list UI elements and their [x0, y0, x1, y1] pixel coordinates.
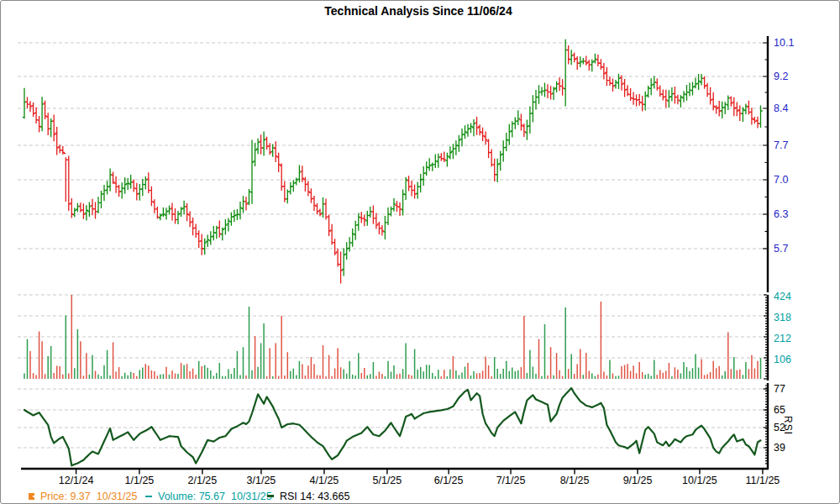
gridlines	[18, 43, 766, 448]
legend: Price: 9.3710/31/25 Volume: 75.6710/31/2…	[1, 491, 840, 504]
rsi-legend-label: RSI 14:	[280, 491, 315, 502]
volume-legend-label: Volume:	[158, 491, 196, 502]
x-axis-month-label: 8/1/25	[548, 475, 601, 486]
volume-legend-value: 75.67	[199, 491, 225, 502]
axes	[21, 36, 769, 475]
price-axis-label: 5.7	[774, 243, 788, 255]
x-axis-month-label: 9/1/25	[611, 475, 664, 486]
chart-canvas	[1, 1, 840, 504]
price-legend-date: 10/31/25	[97, 491, 138, 502]
price-axis-label: 6.3	[774, 208, 788, 220]
x-axis-month-label: 11/1/25	[736, 475, 790, 486]
x-axis-month-label: 7/1/25	[484, 475, 538, 486]
rsi-axis-label: 77	[774, 383, 785, 395]
volume-axis-label: 424	[774, 291, 791, 302]
x-axis-month-label: 12/1/24	[50, 475, 103, 486]
legend-rsi: RSI 14: 43.665	[267, 491, 349, 504]
volume-legend-date: 10/31/25	[231, 491, 272, 502]
rsi-side-label: RSI	[782, 416, 794, 435]
legend-price: Price: 9.3710/31/25	[29, 491, 137, 504]
price-axis-label: 7.7	[774, 139, 788, 151]
volume-axis-label: 106	[774, 354, 791, 365]
rsi-panel	[24, 388, 761, 465]
rsi-axis-label: 39	[774, 442, 785, 454]
price-axis-label: 10.1	[774, 37, 794, 49]
x-axis-month-label: 5/1/25	[360, 475, 414, 486]
price-axis-label: 9.2	[774, 71, 788, 82]
price-axis-label: 7.0	[774, 174, 788, 186]
volume-axis-label: 318	[774, 312, 791, 323]
technical-analysis-chart: Technical Analysis Since 11/06/24 12/1/2…	[0, 0, 840, 504]
volume-swatch-icon	[145, 496, 152, 497]
price-legend-label: Price:	[40, 491, 67, 502]
legend-volume: Volume: 75.6710/31/25	[145, 491, 272, 504]
rsi-legend-value: 43.665	[318, 491, 349, 502]
volume-panel	[24, 295, 761, 379]
price-panel	[23, 39, 763, 284]
x-axis-month-label: 2/1/25	[176, 475, 229, 486]
x-axis-month-label: 4/1/25	[297, 475, 351, 486]
x-axis-month-label: 3/1/25	[234, 475, 288, 486]
price-swatch-icon	[29, 493, 34, 500]
volume-axis-label: 212	[774, 333, 791, 344]
rsi-swatch-icon	[267, 495, 274, 497]
x-axis-month-label: 1/1/25	[113, 475, 166, 486]
x-axis-month-label: 6/1/25	[422, 475, 475, 486]
rsi-axis-label: 65	[774, 404, 785, 416]
x-axis-month-label: 10/1/25	[673, 475, 727, 486]
price-axis-label: 8.4	[774, 102, 788, 114]
price-legend-value: 9.37	[70, 491, 90, 502]
